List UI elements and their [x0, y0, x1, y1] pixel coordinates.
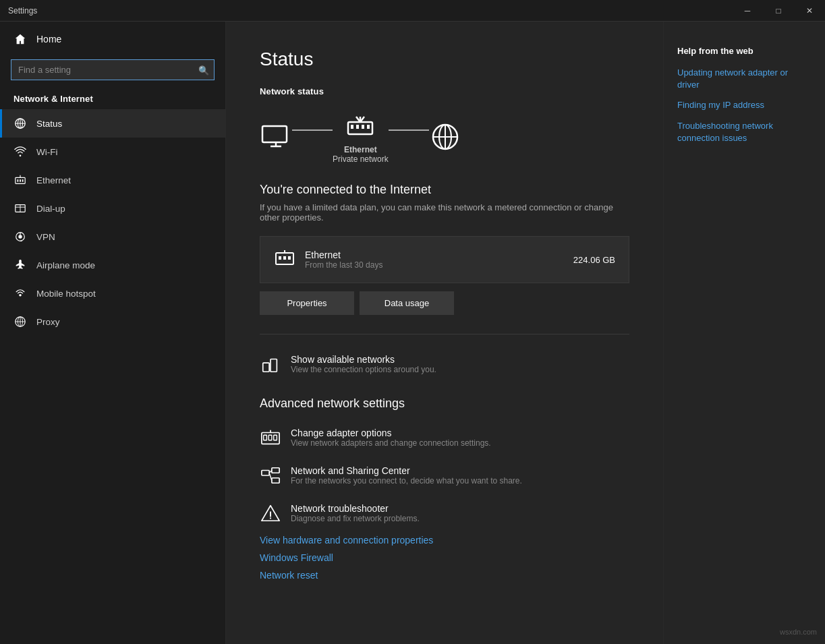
sidebar-item-hotspot[interactable]: Mobile hotspot	[0, 279, 225, 308]
svg-rect-39	[288, 256, 291, 260]
maximize-button[interactable]: □	[763, 0, 794, 22]
troubleshooter-text: Network troubleshooter Diagnose and fix …	[291, 503, 420, 523]
divider	[260, 334, 629, 334]
sidebar-item-vpn[interactable]: VPN	[0, 223, 225, 251]
ethernet-usage-amount: 224.06 GB	[573, 255, 615, 265]
svg-rect-7	[22, 179, 24, 182]
ethernet-card-info: Ethernet From the last 30 days	[305, 250, 382, 270]
router-icon-group: Ethernet Private network	[333, 110, 389, 164]
svg-rect-27	[362, 125, 364, 129]
network-diagram: Ethernet Private network	[260, 110, 629, 164]
adapter-options-item[interactable]: Change adapter options View network adap…	[260, 421, 629, 454]
troubleshooter-icon	[260, 502, 281, 524]
svg-rect-25	[351, 125, 353, 129]
svg-rect-46	[274, 435, 277, 440]
svg-point-54	[270, 517, 271, 519]
hotspot-icon	[13, 287, 27, 300]
hardware-properties-link[interactable]: View hardware and connection properties	[260, 535, 629, 546]
sharing-title: Network and Sharing Center	[291, 465, 522, 476]
adapter-text: Change adapter options View network adap…	[291, 428, 491, 448]
wifi-icon	[13, 145, 27, 158]
sidebar-item-label: Ethernet	[36, 175, 71, 185]
properties-button[interactable]: Properties	[260, 291, 354, 315]
home-icon	[13, 32, 27, 46]
ethernet-card-icon	[274, 247, 295, 272]
help-panel: Help from the web Updating network adapt…	[663, 22, 825, 644]
dialup-icon	[13, 202, 27, 215]
sidebar-item-proxy[interactable]: Proxy	[0, 308, 225, 336]
sharing-icon	[260, 465, 281, 486]
computer-icon-group	[260, 121, 292, 153]
svg-rect-48	[262, 471, 269, 476]
help-title: Help from the web	[677, 46, 812, 56]
svg-rect-44	[264, 435, 267, 440]
troubleshooter-item[interactable]: Network troubleshooter Diagnose and fix …	[260, 497, 629, 529]
svg-rect-49	[272, 468, 279, 473]
sidebar: Home 🔍 Network & Internet Status	[0, 22, 226, 644]
help-link-0[interactable]: Updating network adapter or driver	[677, 67, 812, 91]
status-icon	[13, 117, 27, 130]
show-networks-item[interactable]: Show available networks View the connect…	[260, 348, 629, 380]
internet-icon-group	[429, 121, 461, 153]
adapter-title: Change adapter options	[291, 428, 491, 438]
connection-line-1	[292, 129, 333, 131]
adapter-icon	[260, 427, 281, 448]
sidebar-item-label: Mobile hotspot	[36, 289, 96, 299]
airplane-icon	[13, 258, 27, 272]
show-networks-sub: View the connection options around you.	[291, 365, 436, 374]
svg-rect-21	[262, 126, 287, 142]
sidebar-section-title: Network & Internet	[0, 88, 225, 109]
main-content: Status Network status	[226, 22, 663, 644]
troubleshooter-title: Network troubleshooter	[291, 503, 420, 514]
sharing-text: Network and Sharing Center For the netwo…	[291, 465, 522, 486]
svg-rect-6	[20, 179, 21, 182]
svg-rect-28	[367, 125, 370, 129]
connection-line-2	[389, 129, 429, 131]
app-container: Home 🔍 Network & Internet Status	[0, 22, 825, 644]
private-network-label: Private network	[333, 154, 389, 164]
sidebar-item-wifi[interactable]: Wi-Fi	[0, 138, 225, 166]
minimize-button[interactable]: ─	[732, 0, 763, 22]
sidebar-item-dialup[interactable]: Dial-up	[0, 194, 225, 223]
close-button[interactable]: ✕	[794, 0, 825, 22]
network-status-title: Network status	[260, 86, 629, 96]
page-title: Status	[260, 49, 629, 70]
help-link-2[interactable]: Troubleshooting network connection issue…	[677, 120, 812, 144]
svg-rect-45	[268, 435, 272, 440]
svg-rect-38	[283, 256, 286, 260]
sidebar-item-ethernet[interactable]: Ethernet	[0, 166, 225, 194]
sharing-center-item[interactable]: Network and Sharing Center For the netwo…	[260, 459, 629, 492]
ethernet-card-left: Ethernet From the last 30 days	[274, 247, 382, 272]
ethernet-period: From the last 30 days	[305, 260, 382, 270]
data-usage-button[interactable]: Data usage	[360, 291, 454, 315]
ethernet-label: Ethernet	[333, 145, 389, 154]
svg-rect-5	[18, 179, 19, 182]
svg-rect-37	[279, 256, 281, 260]
search-box: 🔍	[11, 59, 215, 80]
ethernet-diagram-label: Ethernet Private network	[333, 145, 389, 164]
sidebar-item-label: Proxy	[36, 317, 60, 327]
search-input[interactable]	[11, 59, 215, 80]
svg-rect-26	[356, 125, 359, 129]
connected-title: You're connected to the Internet	[260, 183, 629, 197]
advanced-title: Advanced network settings	[260, 397, 629, 411]
sidebar-home-button[interactable]: Home	[0, 22, 225, 57]
svg-rect-41	[263, 363, 269, 372]
titlebar: Settings ─ □ ✕	[0, 0, 825, 22]
show-networks-text: Show available networks View the connect…	[291, 354, 436, 374]
sidebar-item-airplane[interactable]: Airplane mode	[0, 251, 225, 279]
connected-sub: If you have a limited data plan, you can…	[260, 202, 629, 223]
help-link-1[interactable]: Finding my IP address	[677, 99, 812, 111]
show-networks-title: Show available networks	[291, 354, 436, 365]
sidebar-item-status[interactable]: Status	[0, 109, 225, 138]
button-row: Properties Data usage	[260, 291, 629, 315]
ethernet-usage-card: Ethernet From the last 30 days 224.06 GB	[260, 236, 629, 283]
sharing-sub: For the networks you connect to, decide …	[291, 476, 522, 486]
firewall-link[interactable]: Windows Firewall	[260, 552, 629, 563]
network-reset-link[interactable]: Network reset	[260, 570, 629, 581]
watermark: wsxdn.com	[780, 628, 817, 636]
sidebar-item-label: Airplane mode	[36, 260, 95, 270]
home-label: Home	[36, 34, 61, 45]
adapter-sub: View network adapters and change connect…	[291, 438, 491, 448]
sidebar-item-label: VPN	[36, 232, 55, 242]
